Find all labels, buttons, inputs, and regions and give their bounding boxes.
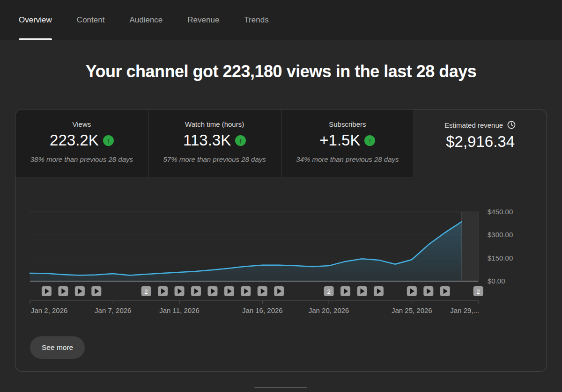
- revenue-chart-svg: $0.00$150.00$300.00$450.00222Jan 2, 2026…: [15, 177, 547, 328]
- y-axis-tick-label: $450.00: [488, 208, 513, 216]
- video-marker-badge[interactable]: [158, 286, 168, 296]
- metric-comparison: 57% more than previous 28 days: [163, 155, 266, 163]
- x-axis-tick-label: Jan 7, 2026: [95, 306, 131, 314]
- x-axis-tick-label: Jan 2, 2026: [31, 306, 67, 314]
- metric-comparison: 38% more than previous 28 days: [30, 155, 133, 163]
- tab-content[interactable]: Content: [77, 0, 105, 40]
- video-marker-badge[interactable]: [274, 286, 284, 296]
- metric-tab-watch-time[interactable]: Watch time (hours) 113.3K ↑ 57% more tha…: [148, 109, 281, 177]
- video-marker-badge[interactable]: 2: [141, 286, 151, 296]
- x-axis-tick-label: Jan 20, 2026: [309, 306, 349, 314]
- page-title: Your channel got 223,180 views in the la…: [0, 62, 562, 81]
- x-axis-tick-label: Jan 25, 2026: [392, 306, 432, 314]
- tab-audience[interactable]: Audience: [129, 0, 163, 40]
- metric-value: 113.3K: [183, 131, 231, 149]
- analytics-top-tabs: Overview Content Audience Revenue Trends: [0, 0, 562, 40]
- metric-tab-subscribers[interactable]: Subscribers +1.5K ↑ 34% more than previo…: [281, 109, 414, 177]
- video-marker-badge[interactable]: [423, 286, 433, 296]
- tab-overview[interactable]: Overview: [19, 0, 52, 40]
- y-axis-tick-label: $150.00: [488, 254, 513, 262]
- video-marker-badge[interactable]: [440, 286, 450, 296]
- arrow-up-circle-icon: ↑: [364, 135, 375, 146]
- x-axis-tick-label: Jan 29,...: [450, 306, 479, 314]
- metric-tab-views[interactable]: Views 223.2K ↑ 38% more than previous 28…: [15, 109, 148, 177]
- video-marker-badge[interactable]: [191, 286, 201, 296]
- y-axis-tick-label: $0.00: [488, 277, 505, 285]
- video-marker-badge[interactable]: [258, 286, 267, 296]
- video-marker-badge[interactable]: [175, 286, 185, 296]
- tab-trends[interactable]: Trends: [244, 0, 268, 40]
- video-marker-badge[interactable]: [58, 286, 68, 296]
- revenue-chart: $0.00$150.00$300.00$450.00222Jan 2, 2026…: [15, 177, 547, 328]
- x-axis-tick-label: Jan 16, 2026: [242, 306, 283, 314]
- tab-revenue[interactable]: Revenue: [187, 0, 219, 40]
- analytics-card: Views 223.2K ↑ 38% more than previous 28…: [15, 109, 547, 372]
- arrow-up-circle-icon: ↑: [103, 135, 114, 146]
- video-marker-badge[interactable]: [42, 286, 52, 296]
- see-more-button[interactable]: See more: [30, 336, 85, 359]
- revenue-area-fill: [30, 222, 462, 281]
- clock-icon: [507, 120, 516, 130]
- partial-day-band: [462, 212, 478, 281]
- metric-label: Estimated revenue: [444, 121, 503, 129]
- metric-value: $2,916.34: [446, 133, 515, 151]
- video-marker-badge[interactable]: [75, 286, 85, 296]
- video-marker-badge[interactable]: [374, 286, 384, 296]
- metric-value: +1.5K: [319, 131, 360, 149]
- metric-label: Subscribers: [329, 120, 366, 128]
- video-marker-badge[interactable]: [207, 286, 217, 296]
- video-marker-badge[interactable]: [241, 286, 251, 296]
- metric-label: Views: [73, 120, 91, 128]
- video-marker-badge[interactable]: [224, 286, 234, 296]
- metric-tab-estimated-revenue[interactable]: Estimated revenue $2,916.34: [414, 109, 547, 177]
- metric-value: 223.2K: [50, 131, 99, 149]
- y-axis-tick-label: $300.00: [488, 231, 513, 239]
- video-count-label: 2: [327, 288, 330, 295]
- x-axis-tick-label: Jan 11, 2026: [159, 306, 200, 314]
- video-marker-badge[interactable]: 2: [473, 286, 483, 296]
- video-marker-badge[interactable]: [340, 286, 350, 296]
- video-marker-badge[interactable]: 2: [324, 286, 334, 296]
- metric-tab-strip: Views 223.2K ↑ 38% more than previous 28…: [15, 109, 547, 177]
- metric-comparison: 34% more than previous 28 days: [296, 155, 399, 163]
- video-marker-badge[interactable]: [91, 286, 101, 296]
- video-marker-badge[interactable]: [357, 286, 367, 296]
- video-count-label: 2: [477, 288, 480, 295]
- video-marker-badge[interactable]: [407, 286, 417, 296]
- arrow-up-circle-icon: ↑: [235, 135, 246, 146]
- metric-label: Watch time (hours): [185, 120, 244, 128]
- video-count-label: 2: [145, 288, 148, 295]
- next-card-top-edge: [254, 387, 307, 388]
